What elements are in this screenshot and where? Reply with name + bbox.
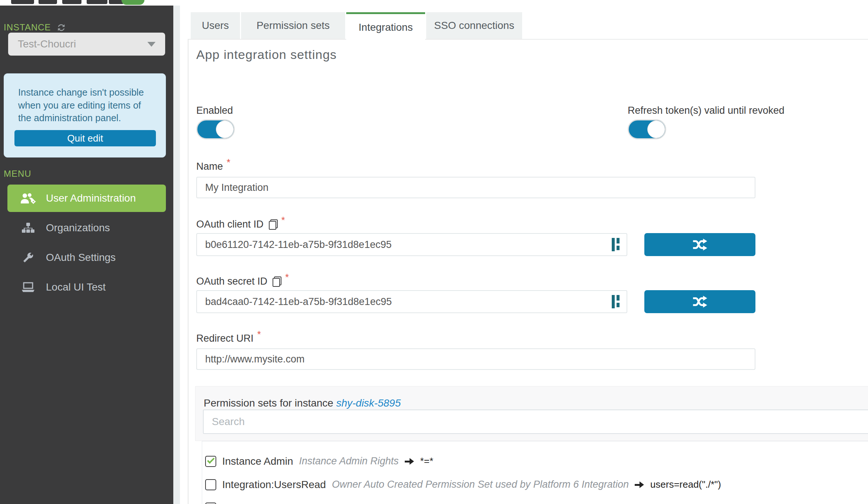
shuffle-icon (692, 239, 708, 251)
heading-text: Permission sets for instance (204, 397, 333, 409)
required-marker: * (281, 216, 285, 224)
permission-name: Integration:UsersWrite (222, 502, 325, 504)
app-root: INSTANCE Test-Choucri Instance change is… (0, 0, 868, 504)
arrow-right-icon (635, 481, 644, 488)
sidebar-item-user-administration[interactable]: User Administration (7, 185, 166, 212)
edit-mode-notice-text: Instance change isn't possible when you … (18, 86, 154, 125)
copy-icon[interactable] (273, 276, 281, 287)
sitemap-icon (20, 223, 36, 233)
required-marker: * (257, 331, 261, 338)
permission-description: Owner Auto Created Permission Set used b… (332, 479, 629, 490)
refresh-instances-icon[interactable] (56, 23, 66, 33)
users-gear-icon (20, 193, 36, 204)
name-label: Name* (196, 161, 230, 172)
generate-secret-id-button[interactable] (644, 290, 755, 313)
sidebar-item-local-ui-test[interactable]: Local UI Test (7, 273, 166, 301)
tab-permission-sets[interactable]: Permission sets (241, 12, 345, 39)
tab-users[interactable]: Users (191, 12, 240, 39)
permission-row: Instance Admin Instance Admin Rights *=* (202, 450, 868, 473)
wrench-icon (20, 252, 36, 263)
toggle-knob (647, 120, 665, 138)
permission-sets-heading: Permission sets for instance shy-disk-58… (204, 397, 401, 409)
redirect-uri-input[interactable] (196, 348, 755, 370)
instance-label: INSTANCE (4, 22, 51, 33)
checkbox-unchecked[interactable] (205, 479, 216, 490)
logo-green-circle (121, 0, 144, 5)
tab-integrations[interactable]: Integrations (346, 12, 425, 40)
permission-row: Integration:UsersRead Owner Auto Created… (202, 473, 868, 496)
checkbox-unchecked[interactable] (205, 503, 216, 504)
tab-label: Users (202, 20, 229, 32)
arrow-right-icon (405, 458, 414, 465)
tab-label: SSO connections (434, 20, 514, 32)
permission-name: Integration:UsersRead (222, 479, 326, 491)
chevron-down-icon (147, 42, 156, 47)
tab-label: Integrations (358, 21, 413, 33)
sidebar-item-label: Local UI Test (46, 281, 106, 293)
sidebar-item-label: Organizations (46, 222, 110, 234)
laptop-icon (20, 282, 36, 292)
sidebar-item-label: OAuth Settings (46, 252, 116, 263)
sidebar-item-oauth-settings[interactable]: OAuth Settings (7, 244, 166, 271)
toggle-knob (216, 120, 234, 138)
copy-icon[interactable] (269, 219, 278, 230)
name-input[interactable] (196, 177, 755, 198)
sidebar-item-organizations[interactable]: Organizations (7, 214, 166, 242)
page-title: App integration settings (196, 47, 337, 62)
barcode-icon (612, 238, 620, 251)
menu-section-label: MENU (4, 169, 31, 179)
edit-mode-notice: Instance change isn't possible when you … (4, 73, 166, 158)
generate-client-id-button[interactable] (644, 233, 755, 256)
instance-select[interactable]: Test-Choucri (8, 33, 165, 56)
oauth-secret-id-input[interactable] (196, 290, 627, 313)
logo-letter-fragment (39, 0, 57, 4)
oauth-client-id-input[interactable] (196, 233, 627, 256)
refresh-token-toggle[interactable] (628, 119, 666, 139)
permission-description: Instance Admin Rights (299, 455, 398, 467)
permission-sets-list: Instance Admin Instance Admin Rights *=*… (202, 441, 868, 504)
logo-letter-fragment (87, 0, 107, 4)
permission-search-input[interactable] (203, 410, 868, 434)
enabled-toggle[interactable] (196, 119, 235, 139)
label-text: OAuth client ID (196, 219, 264, 230)
instance-link[interactable]: shy-disk-5895 (336, 397, 401, 409)
label-text: Name (196, 161, 223, 172)
tab-sso-connections[interactable]: SSO connections (426, 12, 522, 39)
quit-edit-button[interactable]: Quit edit (14, 130, 156, 146)
logo-letter-fragment (11, 0, 34, 4)
sidebar-scrollbar[interactable] (173, 6, 180, 504)
sidebar: INSTANCE Test-Choucri Instance change is… (0, 6, 173, 504)
oauth-client-id-label: OAuth client ID * (196, 219, 285, 230)
shuffle-icon (692, 296, 708, 308)
required-marker: * (227, 159, 230, 166)
tab-label: Permission sets (257, 20, 330, 32)
permission-row: Integration:UsersWrite (202, 496, 868, 504)
checkbox-checked[interactable] (205, 456, 216, 467)
redirect-uri-label: Redirect URI* (196, 333, 261, 344)
permission-rights: *=* (420, 455, 433, 467)
sidebar-item-label: User Administration (46, 192, 136, 204)
instance-section-label: INSTANCE (4, 22, 66, 33)
required-marker: * (285, 273, 289, 281)
barcode-icon (612, 295, 620, 308)
label-text: Redirect URI (196, 333, 254, 344)
checkmark-icon (207, 456, 215, 464)
permission-name: Instance Admin (222, 455, 293, 467)
oauth-secret-id-label: OAuth secret ID * (196, 276, 289, 287)
label-text: OAuth secret ID (196, 276, 267, 287)
permission-rights: users=read("./*") (650, 479, 721, 490)
instance-select-value: Test-Choucri (18, 38, 147, 50)
enabled-label: Enabled (196, 105, 233, 116)
logo-letter-fragment (62, 0, 81, 4)
refresh-token-label: Refresh token(s) valid until revoked (628, 105, 784, 116)
